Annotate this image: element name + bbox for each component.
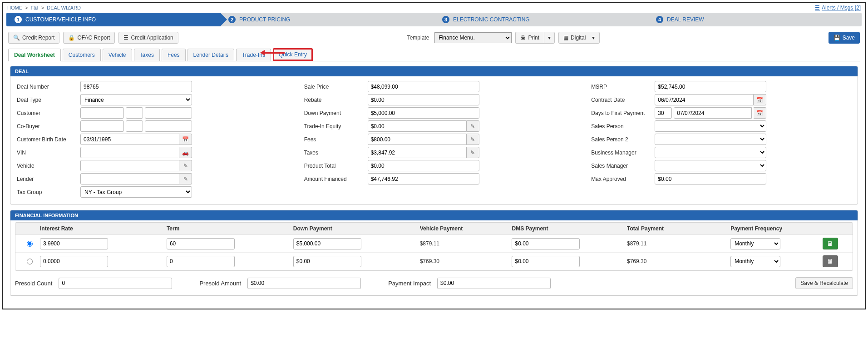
tab-taxes[interactable]: Taxes	[134, 49, 160, 61]
pencil-icon[interactable]: ✎	[467, 120, 479, 132]
digital-button[interactable]: ▦Digital ▾	[558, 32, 600, 44]
label-sales-person2: Sales Person 2	[591, 136, 655, 143]
label-fees: Fees	[304, 136, 368, 143]
credit-report-button[interactable]: 🔍Credit Report	[8, 32, 59, 44]
first-payment-date-input[interactable]	[674, 107, 752, 119]
tab-vehicle[interactable]: Vehicle	[103, 49, 132, 61]
rebate-input[interactable]	[368, 94, 479, 105]
stack-icon: ☰	[815, 5, 820, 11]
freq-select-1[interactable]: Monthly	[730, 256, 780, 267]
fin-row-radio-1[interactable]	[27, 259, 33, 264]
pencil-icon[interactable]: ✎	[467, 134, 479, 145]
down-payment-input[interactable]	[368, 107, 479, 119]
calc-button-0[interactable]: 🖩	[823, 238, 838, 249]
label-max-approved: Max Approved	[591, 176, 655, 182]
customer-last-input[interactable]	[145, 107, 192, 119]
max-approved-input[interactable]	[655, 173, 766, 184]
down-input-1[interactable]	[293, 256, 361, 267]
label-msrp: MSRP	[591, 84, 655, 90]
tab-lender-details[interactable]: Lender Details	[187, 49, 234, 61]
veh-payment-1: $769.30	[420, 258, 512, 264]
presold-amount-input[interactable]	[247, 278, 361, 289]
vin-input[interactable]	[80, 147, 179, 158]
label-sales-mgr: Sales Manager	[591, 163, 655, 169]
trade-in-input[interactable]	[368, 120, 467, 132]
label-days-first: Days to First Payment	[591, 110, 655, 116]
tab-fees[interactable]: Fees	[162, 49, 186, 61]
deal-number-input[interactable]	[80, 81, 192, 92]
payment-impact-input[interactable]	[437, 278, 551, 289]
customer-first-input[interactable]	[80, 107, 124, 119]
save-recalculate-button[interactable]: Save & Recalculate	[795, 277, 853, 289]
vehicle-input[interactable]	[80, 160, 179, 171]
cobuyer-last-input[interactable]	[145, 120, 192, 132]
tab-customers[interactable]: Customers	[63, 49, 101, 61]
calendar-icon[interactable]: 📅	[754, 94, 766, 105]
print-dropdown[interactable]: ▾	[544, 32, 555, 44]
contract-date-input[interactable]	[655, 94, 754, 105]
label-product-total: Product Total	[304, 163, 368, 169]
save-icon: 💾	[833, 35, 840, 41]
cobuyer-mi-input[interactable]	[126, 120, 143, 132]
credit-application-button[interactable]: ☰Credit Application	[118, 32, 178, 44]
fin-row: $769.30 $769.30 Monthly 🖩	[15, 253, 853, 270]
deal-panel-header: DEAL	[10, 66, 858, 76]
print-button[interactable]: 🖶Print	[515, 32, 544, 44]
wizard-step-4[interactable]: 4DEAL REVIEW	[648, 13, 862, 26]
cobuyer-first-input[interactable]	[80, 120, 124, 132]
save-button[interactable]: 💾Save	[829, 32, 860, 44]
wizard-step-3[interactable]: 3ELECTRONIC CONTRACTING	[434, 13, 648, 26]
amount-financed-input[interactable]	[368, 173, 479, 184]
product-total-input[interactable]	[368, 160, 479, 171]
crumb-home[interactable]: HOME	[7, 5, 22, 10]
crumb-fi[interactable]: F&I	[31, 5, 39, 10]
label-birth: Customer Birth Date	[17, 136, 80, 143]
msrp-input[interactable]	[655, 81, 766, 92]
down-input-0[interactable]	[293, 238, 361, 249]
rate-input-0[interactable]	[40, 238, 108, 249]
label-vin: VIN	[17, 150, 80, 156]
sale-price-input[interactable]	[368, 81, 479, 92]
wizard-step-1[interactable]: 1CUSTOMER/VEHICLE INFO	[6, 13, 220, 26]
label-taxes: Taxes	[304, 150, 368, 156]
customer-mi-input[interactable]	[126, 107, 143, 119]
birth-date-input[interactable]	[80, 134, 179, 145]
dms-input-1[interactable]	[512, 256, 580, 267]
lender-input[interactable]	[80, 173, 179, 184]
label-down-payment: Down Payment	[304, 110, 368, 116]
fees-input[interactable]	[368, 134, 467, 145]
rate-input-1[interactable]	[40, 256, 108, 267]
pencil-icon[interactable]: ✎	[467, 147, 479, 158]
wizard-step-2[interactable]: 2PRODUCT PRICING	[220, 13, 434, 26]
business-manager-select[interactable]	[655, 147, 766, 158]
presold-amount-label: Presold Amount	[199, 280, 241, 287]
taxes-input[interactable]	[368, 147, 467, 158]
term-input-0[interactable]	[167, 238, 235, 249]
label-contract-date: Contract Date	[591, 97, 655, 103]
deal-type-select[interactable]: Finance	[80, 94, 192, 105]
term-input-1[interactable]	[167, 256, 235, 267]
tax-group-select[interactable]: NY - Tax Group	[80, 186, 192, 198]
label-trade-in: Trade-In Equity	[304, 123, 368, 130]
label-deal-number: Deal Number	[17, 84, 80, 90]
pencil-icon[interactable]: ✎	[179, 160, 192, 171]
alerts-link[interactable]: ☰Alerts / Msgs [2]	[815, 5, 861, 11]
sales-manager-select[interactable]	[655, 160, 766, 171]
freq-select-0[interactable]: Monthly	[730, 238, 780, 249]
calc-button-1[interactable]: 🖩	[823, 255, 838, 267]
template-select[interactable]: Finance Menu.	[434, 32, 512, 43]
total-payment-1: $769.30	[627, 258, 730, 264]
calendar-icon[interactable]: 📅	[179, 134, 192, 145]
presold-count-input[interactable]	[59, 278, 172, 289]
pencil-icon[interactable]: ✎	[179, 173, 192, 184]
car-icon[interactable]: 🚗	[179, 147, 192, 158]
calendar-icon[interactable]: 📅	[754, 107, 766, 119]
tab-deal-worksheet[interactable]: Deal Worksheet	[8, 49, 61, 61]
sales-person2-select[interactable]	[655, 134, 766, 145]
label-rebate: Rebate	[304, 97, 368, 103]
ofac-report-button[interactable]: 🔒OFAC Report	[63, 32, 115, 44]
fin-row-radio-0[interactable]	[27, 241, 33, 247]
sales-person-select[interactable]	[655, 120, 766, 132]
dms-input-0[interactable]	[512, 238, 580, 249]
days-input[interactable]	[655, 107, 672, 119]
